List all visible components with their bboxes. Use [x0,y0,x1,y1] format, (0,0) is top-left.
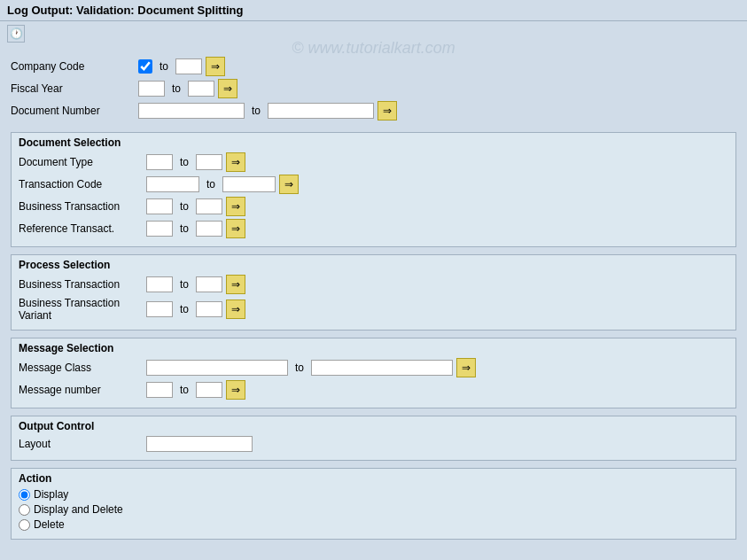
document-number-from-input[interactable] [138,103,245,119]
fiscal-year-to-input[interactable] [188,81,214,97]
message-selection-section: Message Selection Message Class to ⇒ Mes… [11,338,736,408]
company-code-label: Company Code [11,60,135,73]
company-code-row: Company Code to ⇒ [11,57,736,76]
action-delete-row: Delete [19,518,728,531]
transaction-code-row: Transaction Code to ⇒ [19,175,728,194]
document-selection-section: Document Selection Document Type to ⇒ Tr… [11,132,736,247]
message-number-label: Message number [19,384,143,396]
reference-transact-arrow-btn[interactable]: ⇒ [226,219,245,238]
document-number-row: Document Number to ⇒ [11,101,736,121]
document-type-label: Document Type [19,156,143,168]
fiscal-year-row: Fiscal Year to ⇒ [11,79,736,98]
process-business-transaction-label: Business Transaction [19,278,143,291]
reference-transact-to-input[interactable] [196,221,222,237]
title-text: Log Output: Validation: Document Splitti… [7,4,243,17]
action-display-delete-row: Display and Delete [19,503,728,516]
business-transaction-arrow-btn[interactable]: ⇒ [226,197,245,216]
process-business-transaction-to-input[interactable] [196,276,222,292]
business-transaction-variant-arrow-btn[interactable]: ⇒ [226,299,245,319]
action-delete-radio[interactable] [19,519,30,531]
fiscal-year-arrow-btn[interactable]: ⇒ [218,79,237,98]
process-selection-section: Process Selection Business Transaction t… [11,254,736,331]
transaction-code-label: Transaction Code [19,178,143,191]
message-class-row: Message Class to ⇒ [19,358,728,377]
message-selection-title: Message Selection [19,342,728,354]
business-transaction-variant-from-input[interactable] [146,301,173,317]
business-transaction-from-input[interactable] [146,198,173,214]
action-display-label: Display [34,488,68,501]
document-type-arrow-btn[interactable]: ⇒ [226,152,245,172]
action-display-radio[interactable] [19,489,30,501]
message-class-from-input[interactable] [146,360,288,376]
top-fields: Company Code to ⇒ Fiscal Year to ⇒ Docum… [11,53,736,127]
reference-transact-row: Reference Transact. to ⇒ [19,219,728,238]
document-number-to-input[interactable] [268,103,374,119]
business-transaction-variant-to-input[interactable] [196,301,222,317]
business-transaction-variant-row: Business Transaction Variant to ⇒ [19,297,728,322]
title-bar: Log Output: Validation: Document Splitti… [0,0,747,21]
transaction-code-from-input[interactable] [146,176,199,192]
document-type-to-input[interactable] [196,154,222,170]
main-content: Company Code to ⇒ Fiscal Year to ⇒ Docum… [0,46,747,554]
toolbar-clock-icon[interactable]: 🕐 [7,25,25,43]
business-transaction-label: Business Transaction [19,200,143,213]
message-number-to-input[interactable] [196,382,222,398]
output-control-section: Output Control Layout [11,416,736,461]
action-display-delete-radio[interactable] [19,504,30,516]
fiscal-year-from-input[interactable] [138,81,165,97]
process-business-transaction-from-input[interactable] [146,276,173,292]
company-code-checkbox[interactable] [138,59,152,74]
message-number-from-input[interactable] [146,382,173,398]
reference-transact-from-input[interactable] [146,221,173,237]
company-code-to-input[interactable] [175,58,202,74]
transaction-code-to-input[interactable] [222,176,276,192]
layout-input[interactable] [146,436,253,452]
document-number-label: Document Number [11,105,135,117]
document-number-arrow-btn[interactable]: ⇒ [377,101,397,121]
transaction-code-arrow-btn[interactable]: ⇒ [279,175,299,194]
document-type-from-input[interactable] [146,154,173,170]
message-number-row: Message number to ⇒ [19,380,728,400]
layout-label: Layout [19,438,143,450]
business-transaction-row: Business Transaction to ⇒ [19,197,728,216]
action-display-row: Display [19,488,728,501]
action-display-delete-label: Display and Delete [34,503,123,516]
document-selection-title: Document Selection [19,136,728,149]
process-business-transaction-row: Business Transaction to ⇒ [19,275,728,294]
message-class-arrow-btn[interactable]: ⇒ [456,358,476,377]
action-delete-label: Delete [34,518,65,531]
toolbar: 🕐 [0,21,747,46]
message-number-arrow-btn[interactable]: ⇒ [226,380,245,400]
layout-row: Layout [19,436,728,452]
message-class-to-input[interactable] [311,360,453,376]
fiscal-year-label: Fiscal Year [11,82,135,95]
business-transaction-to-input[interactable] [196,198,222,214]
message-class-label: Message Class [19,362,143,374]
reference-transact-label: Reference Transact. [19,222,143,235]
business-transaction-variant-label: Business Transaction Variant [19,297,143,322]
action-section: Action Display Display and Delete Delete [11,468,736,540]
company-code-arrow-btn[interactable]: ⇒ [206,57,225,76]
document-type-row: Document Type to ⇒ [19,152,728,172]
process-selection-title: Process Selection [19,259,728,271]
output-control-title: Output Control [19,420,728,432]
action-title: Action [19,472,728,485]
process-business-transaction-arrow-btn[interactable]: ⇒ [226,275,245,294]
